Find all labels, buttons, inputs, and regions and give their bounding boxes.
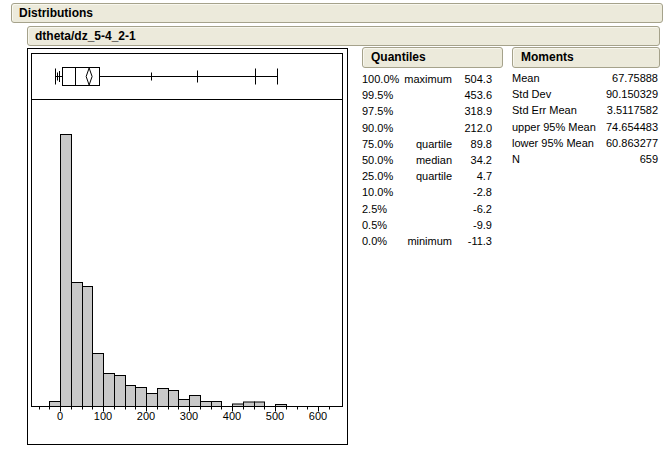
histogram-bar[interactable] <box>104 374 115 407</box>
x-axis[interactable]: 0100200300400500600 <box>40 407 330 423</box>
quantiles-header-bar[interactable]: Quantiles <box>362 47 503 68</box>
quantile-pct: 0.0% <box>362 233 387 249</box>
x-axis-tick-label: 400 <box>223 410 241 422</box>
x-axis-tick-label: 600 <box>309 410 327 422</box>
histogram-bar[interactable] <box>72 283 83 407</box>
quantile-label: minimum <box>407 233 452 249</box>
moment-label: upper 95% Mean <box>512 119 596 135</box>
histogram-bar[interactable] <box>169 391 179 407</box>
quantile-value: 4.7 <box>477 168 492 184</box>
quantile-label: quartile <box>416 168 452 184</box>
moment-row: Mean67.75888 <box>512 70 658 86</box>
quantile-row: 10.0%-2.8 <box>362 184 492 200</box>
quantile-pct: 2.5% <box>362 201 387 217</box>
quantile-row: 97.5%318.9 <box>362 103 492 119</box>
quantile-value: -6.2 <box>473 201 492 217</box>
quantile-pct: 25.0% <box>362 168 393 184</box>
histogram-boxplot-chart[interactable]: 0100200300400500600 <box>28 49 347 444</box>
histogram-bar[interactable] <box>50 402 61 407</box>
distributions-outline-bar[interactable]: Distributions <box>11 3 663 23</box>
moment-row: Std Dev90.150329 <box>512 86 658 102</box>
histogram-bar[interactable] <box>190 396 201 407</box>
boxplot-iqr-box[interactable] <box>63 68 100 86</box>
quantile-value: 453.6 <box>464 87 492 103</box>
quantile-value: -2.8 <box>473 184 492 200</box>
histogram-bar[interactable] <box>83 287 93 407</box>
histogram-bar[interactable] <box>136 388 147 407</box>
moment-row: upper 95% Mean74.654483 <box>512 119 658 135</box>
moment-value: 659 <box>640 151 658 167</box>
quantile-value: -9.9 <box>473 217 492 233</box>
moment-label: lower 95% Mean <box>512 135 594 151</box>
quantile-row: 0.5%-9.9 <box>362 217 492 233</box>
histogram-bar[interactable] <box>158 389 169 407</box>
quantile-pct: 90.0% <box>362 120 393 136</box>
moments-header-bar[interactable]: Moments <box>512 47 660 68</box>
histogram-bar[interactable] <box>244 402 255 407</box>
distribution-plot-panel: 0100200300400500600 <box>27 48 348 445</box>
histogram-bar[interactable] <box>179 400 190 407</box>
quantile-pct: 10.0% <box>362 184 393 200</box>
quantile-value: 318.9 <box>464 103 492 119</box>
moments-header-label: Moments <box>521 50 574 64</box>
quantile-row: 99.5%453.6 <box>362 87 492 103</box>
x-axis-tick-label: 300 <box>180 410 198 422</box>
x-axis-tick-label: 0 <box>57 410 63 422</box>
x-axis-tick-label: 100 <box>94 410 112 422</box>
distributions-title: Distributions <box>19 6 93 20</box>
histogram-bar[interactable] <box>147 394 158 407</box>
moment-label: N <box>512 151 520 167</box>
histogram-bar[interactable] <box>61 135 72 407</box>
quantile-pct: 75.0% <box>362 136 393 152</box>
quantile-row: 0.0%minimum-11.3 <box>362 233 492 249</box>
quantile-value: -11.3 <box>468 233 492 249</box>
quantiles-table: 100.0%maximum504.399.5%453.697.5%318.990… <box>362 71 492 249</box>
moment-label: Mean <box>512 70 540 86</box>
quantile-label: median <box>416 152 452 168</box>
quantile-value: 89.8 <box>471 136 492 152</box>
moment-row: lower 95% Mean60.863277 <box>512 135 658 151</box>
quantile-pct: 100.0% <box>362 71 399 87</box>
moment-label: Std Err Mean <box>512 102 577 118</box>
quantile-label: quartile <box>416 136 452 152</box>
x-axis-tick-label: 500 <box>266 410 284 422</box>
quantile-value: 504.3 <box>464 71 492 87</box>
moment-value: 3.5117582 <box>607 102 658 118</box>
moment-value: 67.75888 <box>612 70 658 86</box>
quantile-row: 50.0%median34.2 <box>362 152 492 168</box>
quantile-pct: 97.5% <box>362 103 393 119</box>
histogram-bar[interactable] <box>233 404 244 407</box>
quantile-row: 90.0%212.0 <box>362 120 492 136</box>
histogram-bar[interactable] <box>212 402 222 407</box>
quantile-pct: 50.0% <box>362 152 393 168</box>
moment-value: 74.654483 <box>606 119 658 135</box>
histogram-bar[interactable] <box>276 405 287 407</box>
quantile-row: 25.0%quartile4.7 <box>362 168 492 184</box>
histogram-bar[interactable] <box>201 402 212 407</box>
moment-value: 60.863277 <box>606 135 658 151</box>
moments-table: Mean67.75888Std Dev90.150329Std Err Mean… <box>512 70 658 167</box>
quantile-row: 75.0%quartile89.8 <box>362 136 492 152</box>
quantile-label: maximum <box>404 71 452 87</box>
quantile-pct: 99.5% <box>362 87 393 103</box>
histogram-bar[interactable] <box>255 402 265 407</box>
quantiles-header-label: Quantiles <box>371 50 426 64</box>
histogram-bar[interactable] <box>126 386 136 407</box>
variable-outline-bar[interactable]: dtheta/dz_5-4_2-1 <box>27 26 660 46</box>
moment-row: Std Err Mean3.5117582 <box>512 102 658 118</box>
moment-label: Std Dev <box>512 86 551 102</box>
moment-row: N659 <box>512 151 658 167</box>
variable-title: dtheta/dz_5-4_2-1 <box>35 29 136 43</box>
quantile-value: 212.0 <box>464 120 492 136</box>
quantile-value: 34.2 <box>471 152 492 168</box>
histogram-bar[interactable] <box>93 354 104 407</box>
histogram-bar[interactable] <box>115 376 126 407</box>
quantile-pct: 0.5% <box>362 217 387 233</box>
x-axis-tick-label: 200 <box>137 410 155 422</box>
moment-value: 90.150329 <box>606 86 658 102</box>
quantile-row: 2.5%-6.2 <box>362 201 492 217</box>
quantile-row: 100.0%maximum504.3 <box>362 71 492 87</box>
